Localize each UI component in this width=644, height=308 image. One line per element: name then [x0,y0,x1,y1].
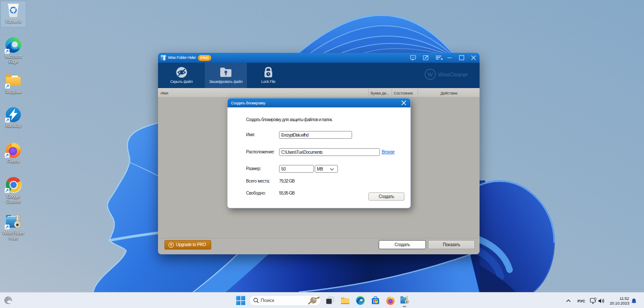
svg-text:WiseCleaner: WiseCleaner [438,72,468,78]
svg-text:W: W [428,71,433,78]
